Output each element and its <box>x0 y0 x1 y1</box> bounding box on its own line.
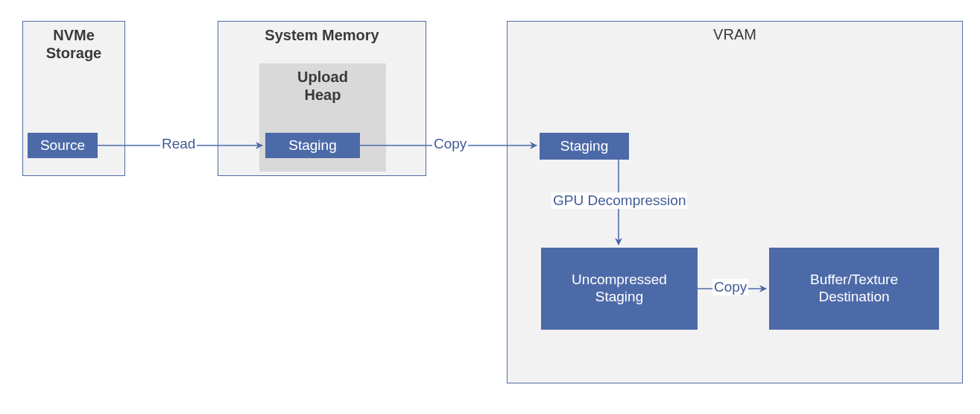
node-destination: Buffer/Texture Destination <box>769 248 939 330</box>
edge-label-read: Read <box>160 136 197 152</box>
edge-label-copy-2: Copy <box>712 279 748 295</box>
upload-heap-title: Upload Heap <box>259 63 386 104</box>
node-staging-vram: Staging <box>540 133 629 160</box>
container-vram-title: VRAM <box>508 22 962 43</box>
node-staging-sysmem: Staging <box>265 133 360 158</box>
edge-label-copy-1: Copy <box>432 136 468 152</box>
node-source: Source <box>28 133 98 158</box>
node-uncompressed-staging: Uncompressed Staging <box>541 248 698 330</box>
container-nvme-title: NVMe Storage <box>23 22 124 62</box>
edge-label-gpu-decompression: GPU Decompression <box>551 192 687 209</box>
container-sysmem-title: System Memory <box>218 22 426 44</box>
